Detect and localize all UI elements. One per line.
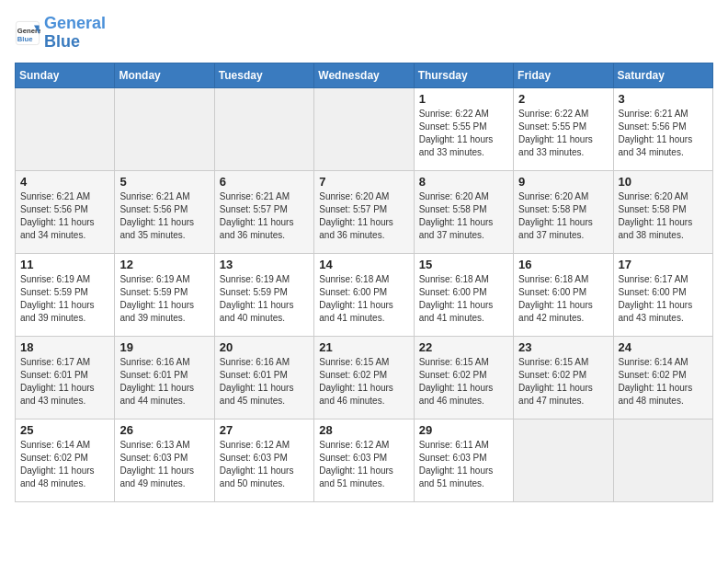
day-number: 16 [518, 258, 608, 271]
calendar-cell: 15Sunrise: 6:18 AM Sunset: 6:00 PM Dayli… [414, 253, 513, 336]
day-info: Sunrise: 6:12 AM Sunset: 6:03 PM Dayligh… [220, 439, 309, 490]
day-number: 25 [20, 423, 109, 437]
weekday-header: Saturday [613, 63, 712, 87]
day-number: 22 [419, 340, 508, 354]
calendar-cell: 7Sunrise: 6:20 AM Sunset: 5:57 PM Daylig… [314, 170, 414, 253]
calendar-cell: 25Sunrise: 6:14 AM Sunset: 6:02 PM Dayli… [16, 419, 115, 501]
day-number: 23 [518, 340, 608, 354]
calendar-cell: 24Sunrise: 6:14 AM Sunset: 6:02 PM Dayli… [613, 336, 712, 419]
calendar-cell: 18Sunrise: 6:17 AM Sunset: 6:01 PM Dayli… [16, 336, 115, 419]
day-number: 5 [119, 175, 209, 189]
day-info: Sunrise: 6:19 AM Sunset: 5:59 PM Dayligh… [220, 273, 309, 325]
day-info: Sunrise: 6:20 AM Sunset: 5:58 PM Dayligh… [518, 190, 608, 242]
calendar-cell: 9Sunrise: 6:20 AM Sunset: 5:58 PM Daylig… [514, 170, 613, 253]
day-info: Sunrise: 6:16 AM Sunset: 6:01 PM Dayligh… [119, 356, 209, 408]
calendar-cell: 17Sunrise: 6:17 AM Sunset: 6:00 PM Dayli… [613, 253, 712, 336]
day-info: Sunrise: 6:18 AM Sunset: 6:00 PM Dayligh… [518, 273, 608, 325]
calendar-week-row: 18Sunrise: 6:17 AM Sunset: 6:01 PM Dayli… [16, 336, 713, 419]
day-number: 7 [319, 175, 408, 189]
weekday-header: Friday [514, 63, 613, 87]
day-info: Sunrise: 6:22 AM Sunset: 5:55 PM Dayligh… [518, 108, 608, 159]
day-number: 14 [319, 258, 408, 271]
calendar-cell: 21Sunrise: 6:15 AM Sunset: 6:02 PM Dayli… [314, 336, 414, 419]
calendar-cell: 20Sunrise: 6:16 AM Sunset: 6:01 PM Dayli… [214, 336, 313, 419]
day-number: 2 [518, 92, 608, 106]
day-number: 28 [319, 423, 408, 437]
day-number: 1 [419, 92, 508, 106]
day-number: 4 [20, 175, 109, 189]
weekday-header: Monday [115, 63, 214, 87]
day-info: Sunrise: 6:19 AM Sunset: 5:59 PM Dayligh… [119, 273, 209, 325]
weekday-header: Sunday [16, 63, 115, 87]
calendar-cell: 10Sunrise: 6:20 AM Sunset: 5:58 PM Dayli… [613, 170, 712, 253]
logo: General Blue GeneralBlue [15, 15, 106, 52]
calendar-week-row: 25Sunrise: 6:14 AM Sunset: 6:02 PM Dayli… [16, 419, 713, 501]
day-info: Sunrise: 6:18 AM Sunset: 6:00 PM Dayligh… [319, 273, 408, 325]
calendar-cell [613, 419, 712, 501]
calendar-cell: 13Sunrise: 6:19 AM Sunset: 5:59 PM Dayli… [214, 253, 313, 336]
calendar-cell [314, 87, 414, 170]
calendar-cell: 11Sunrise: 6:19 AM Sunset: 5:59 PM Dayli… [16, 253, 115, 336]
calendar-cell: 6Sunrise: 6:21 AM Sunset: 5:57 PM Daylig… [214, 170, 313, 253]
day-number: 19 [119, 340, 209, 354]
day-number: 12 [119, 258, 209, 271]
weekday-header: Tuesday [214, 63, 313, 87]
day-info: Sunrise: 6:20 AM Sunset: 5:58 PM Dayligh… [619, 190, 708, 242]
day-number: 29 [419, 423, 508, 437]
day-number: 9 [518, 175, 608, 189]
calendar-cell: 14Sunrise: 6:18 AM Sunset: 6:00 PM Dayli… [314, 253, 414, 336]
day-info: Sunrise: 6:21 AM Sunset: 5:56 PM Dayligh… [119, 190, 209, 242]
calendar-cell: 23Sunrise: 6:15 AM Sunset: 6:02 PM Dayli… [514, 336, 613, 419]
calendar-cell: 4Sunrise: 6:21 AM Sunset: 5:56 PM Daylig… [16, 170, 115, 253]
day-info: Sunrise: 6:21 AM Sunset: 5:56 PM Dayligh… [20, 190, 109, 242]
calendar-cell: 8Sunrise: 6:20 AM Sunset: 5:58 PM Daylig… [414, 170, 513, 253]
calendar-cell: 27Sunrise: 6:12 AM Sunset: 6:03 PM Dayli… [214, 419, 313, 501]
svg-text:Blue: Blue [17, 35, 33, 43]
day-number: 3 [619, 92, 708, 106]
day-number: 24 [619, 340, 708, 354]
logo-icon: General Blue [15, 20, 40, 46]
page-header: General Blue GeneralBlue [15, 15, 713, 52]
day-info: Sunrise: 6:12 AM Sunset: 6:03 PM Dayligh… [319, 439, 408, 490]
day-number: 13 [220, 258, 309, 271]
calendar-cell [115, 87, 214, 170]
calendar-cell [514, 419, 613, 501]
day-info: Sunrise: 6:13 AM Sunset: 6:03 PM Dayligh… [119, 439, 209, 490]
weekday-header: Thursday [414, 63, 513, 87]
calendar-week-row: 11Sunrise: 6:19 AM Sunset: 5:59 PM Dayli… [16, 253, 713, 336]
calendar-cell: 16Sunrise: 6:18 AM Sunset: 6:00 PM Dayli… [514, 253, 613, 336]
day-info: Sunrise: 6:17 AM Sunset: 6:01 PM Dayligh… [20, 356, 109, 408]
calendar-cell: 22Sunrise: 6:15 AM Sunset: 6:02 PM Dayli… [414, 336, 513, 419]
calendar-cell [214, 87, 313, 170]
calendar-week-row: 1Sunrise: 6:22 AM Sunset: 5:55 PM Daylig… [16, 87, 713, 170]
day-info: Sunrise: 6:14 AM Sunset: 6:02 PM Dayligh… [619, 356, 708, 408]
calendar-cell [16, 87, 115, 170]
day-info: Sunrise: 6:11 AM Sunset: 6:03 PM Dayligh… [419, 439, 508, 490]
calendar-cell: 2Sunrise: 6:22 AM Sunset: 5:55 PM Daylig… [514, 87, 613, 170]
day-info: Sunrise: 6:22 AM Sunset: 5:55 PM Dayligh… [419, 108, 508, 159]
calendar-cell: 3Sunrise: 6:21 AM Sunset: 5:56 PM Daylig… [613, 87, 712, 170]
day-number: 17 [619, 258, 708, 271]
calendar-week-row: 4Sunrise: 6:21 AM Sunset: 5:56 PM Daylig… [16, 170, 713, 253]
day-number: 20 [220, 340, 309, 354]
day-number: 21 [319, 340, 408, 354]
calendar-cell: 29Sunrise: 6:11 AM Sunset: 6:03 PM Dayli… [414, 419, 513, 501]
calendar-cell: 28Sunrise: 6:12 AM Sunset: 6:03 PM Dayli… [314, 419, 414, 501]
day-info: Sunrise: 6:15 AM Sunset: 6:02 PM Dayligh… [518, 356, 608, 408]
day-number: 10 [619, 175, 708, 189]
day-number: 8 [419, 175, 508, 189]
day-info: Sunrise: 6:21 AM Sunset: 5:57 PM Dayligh… [220, 190, 309, 242]
day-number: 11 [20, 258, 109, 271]
day-number: 15 [419, 258, 508, 271]
day-number: 26 [119, 423, 209, 437]
calendar-table: SundayMondayTuesdayWednesdayThursdayFrid… [15, 63, 713, 502]
calendar-cell: 12Sunrise: 6:19 AM Sunset: 5:59 PM Dayli… [115, 253, 214, 336]
day-info: Sunrise: 6:21 AM Sunset: 5:56 PM Dayligh… [619, 108, 708, 159]
calendar-cell: 5Sunrise: 6:21 AM Sunset: 5:56 PM Daylig… [115, 170, 214, 253]
day-info: Sunrise: 6:14 AM Sunset: 6:02 PM Dayligh… [20, 439, 109, 490]
day-info: Sunrise: 6:20 AM Sunset: 5:58 PM Dayligh… [419, 190, 508, 242]
weekday-header-row: SundayMondayTuesdayWednesdayThursdayFrid… [16, 63, 713, 87]
day-info: Sunrise: 6:15 AM Sunset: 6:02 PM Dayligh… [319, 356, 408, 408]
day-number: 18 [20, 340, 109, 354]
calendar-cell: 1Sunrise: 6:22 AM Sunset: 5:55 PM Daylig… [414, 87, 513, 170]
